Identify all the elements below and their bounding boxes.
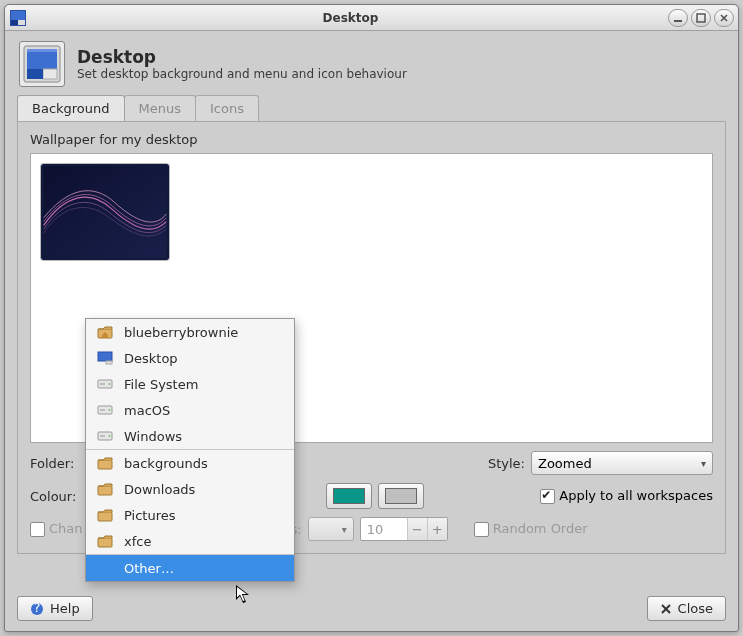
- colour-swatch-teal: [333, 488, 365, 504]
- maximize-button[interactable]: [691, 9, 711, 27]
- window-title: Desktop: [33, 11, 668, 25]
- none-icon: [96, 560, 114, 576]
- folder-icon: [96, 481, 114, 497]
- folder-menu-item[interactable]: Windows: [86, 423, 294, 449]
- folder-menu-item[interactable]: xfce: [86, 528, 294, 554]
- svg-rect-12: [27, 69, 43, 79]
- close-dialog-button[interactable]: Close: [647, 596, 726, 621]
- close-button[interactable]: [714, 9, 734, 27]
- folder-menu-item-label: macOS: [124, 403, 170, 418]
- folder-icon: [96, 455, 114, 471]
- folder-menu-item[interactable]: Pictures: [86, 502, 294, 528]
- svg-rect-3: [11, 20, 18, 25]
- colour-secondary-button[interactable]: [378, 483, 424, 509]
- drive-icon: [96, 402, 114, 418]
- svg-rect-23: [100, 383, 105, 385]
- random-order-checkbox[interactable]: Random Order: [474, 521, 588, 537]
- chevron-down-icon: ▾: [342, 524, 347, 535]
- home-icon: [96, 324, 114, 340]
- svg-rect-5: [697, 14, 705, 22]
- folder-dropdown-menu[interactable]: blueberrybrownieDesktopFile SystemmacOSW…: [85, 318, 295, 582]
- svg-rect-20: [106, 361, 112, 364]
- page-subtitle: Set desktop background and menu and icon…: [77, 67, 407, 81]
- svg-rect-13: [44, 166, 167, 258]
- folder-menu-item-label: xfce: [124, 534, 151, 549]
- folder-menu-item[interactable]: Downloads: [86, 476, 294, 502]
- drive-icon: [96, 428, 114, 444]
- svg-rect-33: [98, 538, 112, 547]
- svg-rect-1: [11, 11, 25, 20]
- header: Desktop Set desktop background and menu …: [5, 31, 738, 95]
- svg-rect-29: [100, 435, 105, 437]
- folder-menu-item-label: Pictures: [124, 508, 175, 523]
- header-desktop-icon: [19, 41, 65, 87]
- folder-menu-item-label: File System: [124, 377, 198, 392]
- apply-all-checkbox[interactable]: Apply to all workspaces: [540, 488, 713, 504]
- window-app-icon: [9, 9, 27, 27]
- folder-menu-item[interactable]: File System: [86, 371, 294, 397]
- desktop-icon: [96, 350, 114, 366]
- titlebar[interactable]: Desktop: [5, 5, 738, 31]
- drive-icon: [96, 376, 114, 392]
- folder-menu-item-label: Windows: [124, 429, 182, 444]
- chevron-down-icon: ▾: [701, 458, 706, 469]
- change-interval-spin[interactable]: − +: [360, 517, 448, 541]
- tab-bar: Background Menus Icons: [5, 95, 738, 121]
- style-label: Style:: [488, 456, 525, 471]
- style-selected: Zoomed: [538, 456, 592, 471]
- wallpaper-section-title: Wallpaper for my desktop: [30, 132, 713, 147]
- tab-icons[interactable]: Icons: [195, 95, 259, 121]
- tab-background[interactable]: Background: [17, 95, 125, 121]
- page-title: Desktop: [77, 47, 407, 67]
- svg-rect-4: [674, 20, 682, 22]
- folder-menu-item-label: Other…: [124, 561, 174, 576]
- svg-rect-31: [98, 486, 112, 495]
- wallpaper-thumbnail[interactable]: [41, 164, 169, 260]
- svg-rect-26: [100, 409, 105, 411]
- help-button[interactable]: ? Help: [17, 596, 93, 621]
- change-background-checkbox[interactable]: Chan: [30, 521, 83, 537]
- folder-menu-item-label: backgrounds: [124, 456, 208, 471]
- folder-menu-item-label: Desktop: [124, 351, 178, 366]
- change-unit-combo[interactable]: ▾: [308, 517, 354, 541]
- svg-rect-11: [43, 69, 57, 79]
- colour-label: Colour:: [30, 489, 90, 504]
- close-icon: [660, 603, 672, 615]
- style-combo[interactable]: Zoomed ▾: [531, 451, 713, 475]
- folder-menu-item[interactable]: Other…: [86, 555, 294, 581]
- colour-primary-button[interactable]: [326, 483, 372, 509]
- folder-menu-item[interactable]: backgrounds: [86, 450, 294, 476]
- colour-swatch-grey: [385, 488, 417, 504]
- folder-menu-item[interactable]: blueberrybrownie: [86, 319, 294, 345]
- window-controls: [668, 9, 734, 27]
- change-interval-input[interactable]: [361, 520, 407, 539]
- folder-label: Folder:: [30, 456, 90, 471]
- folder-icon: [96, 507, 114, 523]
- svg-point-28: [109, 435, 111, 437]
- svg-rect-30: [98, 460, 112, 469]
- minimize-button[interactable]: [668, 9, 688, 27]
- folder-menu-item[interactable]: macOS: [86, 397, 294, 423]
- svg-line-6: [721, 15, 727, 21]
- tab-menus[interactable]: Menus: [124, 95, 196, 121]
- folder-menu-item-label: blueberrybrownie: [124, 325, 238, 340]
- svg-rect-32: [98, 512, 112, 521]
- folder-icon: [96, 533, 114, 549]
- spin-increment-button[interactable]: +: [427, 517, 447, 541]
- help-icon: ?: [30, 602, 44, 616]
- folder-menu-item-label: Downloads: [124, 482, 195, 497]
- svg-rect-2: [18, 20, 25, 25]
- svg-text:?: ?: [34, 602, 41, 615]
- dialog-action-bar: ? Help Close: [5, 588, 738, 631]
- svg-rect-10: [27, 49, 57, 52]
- svg-rect-19: [98, 352, 112, 361]
- svg-point-22: [109, 383, 111, 385]
- svg-line-7: [721, 15, 727, 21]
- svg-point-25: [109, 409, 111, 411]
- spin-decrement-button[interactable]: −: [407, 517, 427, 541]
- folder-menu-item[interactable]: Desktop: [86, 345, 294, 371]
